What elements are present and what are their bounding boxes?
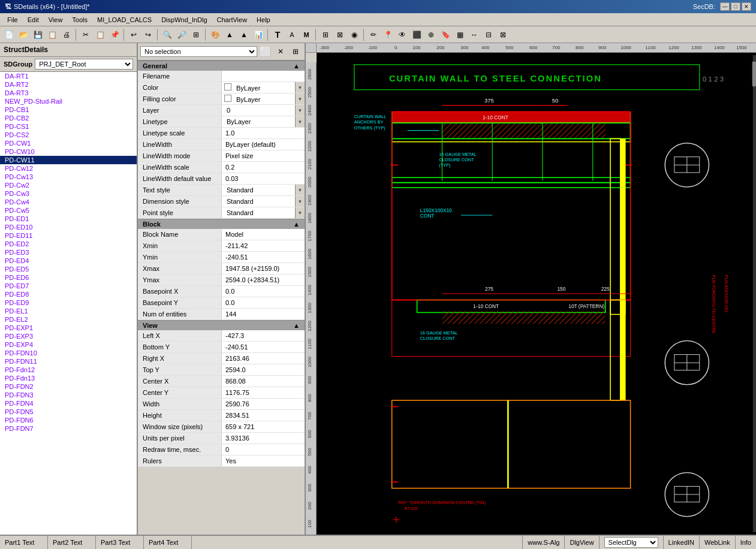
tree-item[interactable]: PD-ED8 — [0, 290, 137, 298]
tree-item[interactable]: PD-EXP1 — [0, 324, 137, 332]
menu-dispwnd[interactable]: DispWnd_InDlg — [156, 15, 212, 25]
paste-button[interactable]: 📌 — [108, 28, 121, 41]
hatch-button[interactable]: ▦ — [453, 28, 466, 41]
tree-item[interactable]: PD-EXP3 — [0, 332, 137, 340]
tree-item[interactable]: DA-RT2 — [0, 80, 137, 89]
chart-button[interactable]: 📊 — [252, 28, 265, 41]
menu-file[interactable]: File — [2, 15, 23, 25]
tree-item[interactable]: PD-Cw3 — [0, 189, 137, 198]
maximize-button[interactable]: □ — [731, 2, 740, 11]
selection-combo[interactable]: No selection — [140, 46, 257, 57]
props-btn-2[interactable]: ✕ — [274, 45, 287, 58]
tree-item[interactable]: PD-CS2 — [0, 131, 137, 139]
props-checkbox[interactable] — [224, 83, 231, 91]
props-dropdown-arrow[interactable]: ▼ — [295, 116, 305, 127]
props-dropdown-arrow[interactable]: ▼ — [295, 105, 305, 116]
tree-item[interactable]: PD-Cw5 — [0, 206, 137, 215]
block-section-header[interactable]: Block ▲ — [138, 219, 305, 229]
tree-item[interactable]: PD-CB1 — [0, 105, 137, 114]
status-info[interactable]: Info — [735, 536, 756, 549]
tree-item[interactable]: PD-Fdn13 — [0, 374, 137, 382]
up2-button[interactable]: ▲ — [237, 28, 251, 41]
export-button[interactable]: 📋 — [46, 28, 59, 41]
props-dropdown-arrow[interactable]: ▼ — [295, 196, 305, 207]
tree-item[interactable]: PD-ED4 — [0, 257, 137, 265]
status-weblink[interactable]: WebLink — [699, 536, 735, 549]
props-dropdown-arrow[interactable]: ▼ — [295, 93, 305, 104]
tree-item[interactable]: PD-FDN10 — [0, 349, 137, 357]
tree-item[interactable]: PD-FDN4 — [0, 399, 137, 408]
color-button[interactable]: 🎨 — [209, 28, 222, 41]
tree-item[interactable]: PD-Cw4 — [0, 198, 137, 206]
tree-item[interactable]: PD-FDN2 — [0, 382, 137, 391]
undo-button[interactable]: ↩ — [127, 28, 140, 41]
tree-item[interactable]: PD-ED5 — [0, 265, 137, 273]
sdgroup-select[interactable]: PRJ_DET_Root — [35, 59, 133, 70]
block-button[interactable]: ⬛ — [410, 28, 423, 41]
tree-item[interactable]: PD-CW11 — [0, 156, 137, 164]
props-checkbox[interactable] — [224, 95, 231, 102]
general-section-header[interactable]: General ▲ — [138, 61, 305, 71]
tree-item[interactable]: PD-CW10 — [0, 147, 137, 156]
status-linkedIN[interactable]: LinkedIN — [663, 536, 699, 549]
circle-button[interactable]: ◉ — [348, 28, 361, 41]
props-row-value[interactable]: ByLayer▼ — [222, 82, 305, 93]
attribute-button[interactable]: A — [285, 28, 299, 41]
zoom-out-button[interactable]: 🔎 — [175, 28, 188, 41]
menu-chartview[interactable]: ChartView — [212, 15, 252, 25]
props-row-value[interactable]: Standard▼ — [222, 185, 305, 195]
tree-item[interactable]: PD-Fdn12 — [0, 366, 137, 374]
new-button[interactable]: 📄 — [2, 28, 16, 41]
zoom-fit-button[interactable]: ⊞ — [189, 28, 203, 41]
tree-item[interactable]: PD-ED2 — [0, 240, 137, 248]
menu-tools[interactable]: Tools — [67, 15, 92, 25]
qr-button[interactable]: ⊟ — [482, 28, 495, 41]
tree-item[interactable]: DA-RT3 — [0, 89, 137, 97]
tree-item[interactable]: PD-FDN11 — [0, 357, 137, 366]
minimize-button[interactable]: — — [720, 2, 730, 11]
props-row-value[interactable]: 0▼ — [222, 105, 305, 116]
tree-item[interactable]: PD-FDN7 — [0, 424, 137, 433]
up-button[interactable]: ▲ — [223, 28, 236, 41]
props-row-value[interactable]: ByLayer▼ — [222, 93, 305, 104]
grid-button[interactable]: ⊞ — [319, 28, 332, 41]
attrib-button[interactable]: 🔖 — [439, 28, 452, 41]
props-dropdown-arrow[interactable]: ▼ — [295, 185, 305, 195]
menu-help[interactable]: Help — [252, 15, 275, 25]
insert-button[interactable]: ⊕ — [424, 28, 438, 41]
tree-item[interactable]: PD-EL1 — [0, 307, 137, 315]
tree-item[interactable]: PD-Cw12 — [0, 164, 137, 173]
tree-item[interactable]: PD-Cw2 — [0, 181, 137, 189]
tree-item[interactable]: PD-FDN6 — [0, 416, 137, 424]
selectdlg-combo[interactable]: SelectDlg — [604, 537, 658, 548]
tree-item[interactable]: PD-ED3 — [0, 248, 137, 257]
props-btn-3[interactable]: ⊞ — [289, 45, 302, 58]
text-button[interactable]: T — [271, 28, 284, 41]
props-dropdown-arrow[interactable]: ▼ — [295, 82, 305, 93]
mtext-button[interactable]: M — [300, 28, 313, 41]
open-button[interactable]: 📂 — [17, 28, 30, 41]
eye-button[interactable]: 👁 — [396, 28, 409, 41]
props-dropdown-arrow[interactable]: ▼ — [295, 207, 305, 218]
menu-mi-load[interactable]: MI_LOAD_CALCS — [92, 15, 156, 25]
dim-button[interactable]: ↔ — [468, 28, 481, 41]
tree-item[interactable]: PD-ED6 — [0, 273, 137, 282]
end-button[interactable]: ⊠ — [496, 28, 510, 41]
tree-item[interactable]: PD-ED7 — [0, 282, 137, 290]
close-button[interactable]: ✕ — [742, 2, 751, 11]
tree-item[interactable]: PD-CB2 — [0, 114, 137, 122]
save-icon-button[interactable]: 💾 — [31, 28, 44, 41]
copy-button[interactable]: 📋 — [94, 28, 107, 41]
tree-item[interactable]: PD-CW1 — [0, 139, 137, 147]
tree-item[interactable]: PD-ED9 — [0, 298, 137, 307]
props-row-value[interactable]: ByLayer▼ — [222, 116, 305, 127]
cut-button[interactable]: ✂ — [79, 28, 92, 41]
redo-button[interactable]: ↪ — [141, 28, 155, 41]
menu-view[interactable]: View — [44, 15, 68, 25]
zoom-in-button[interactable]: 🔍 — [161, 28, 174, 41]
tree-item[interactable]: PD-FDN5 — [0, 408, 137, 416]
view-section-header[interactable]: View ▲ — [138, 320, 305, 330]
tree-item[interactable]: NEW_PD-Stud-Rail — [0, 97, 137, 105]
tree-item[interactable]: PD-ED1 — [0, 215, 137, 223]
tree-item[interactable]: PD-EL2 — [0, 315, 137, 324]
